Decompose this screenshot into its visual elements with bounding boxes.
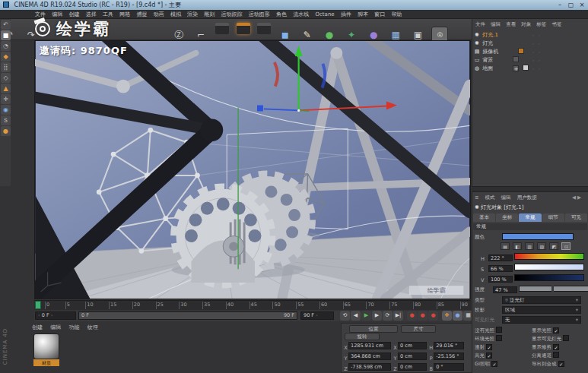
picker-swatches-icon[interactable]: ▨ [537, 242, 546, 250]
menu-snap[interactable]: 捕捉 [136, 11, 147, 17]
texture-tag-icon[interactable] [513, 56, 519, 62]
render-picture-viewer-icon[interactable] [237, 23, 250, 34]
target-tag-icon[interactable]: ✛ [513, 65, 519, 71]
key-position-icon[interactable]: ✥ [442, 311, 452, 321]
section-header-general[interactable]: 常规 [473, 223, 587, 230]
am-menu-mode[interactable]: 模式 [485, 194, 495, 201]
texture-tag-icon[interactable] [523, 65, 529, 71]
om-menu-objects[interactable]: 对象 [521, 21, 531, 27]
menu-help[interactable]: 帮助 [392, 11, 402, 17]
workplane-mode-icon[interactable]: ◆ [1, 52, 11, 62]
material-thumbnail[interactable] [33, 333, 59, 359]
mat-menu-create[interactable]: 创建 [32, 324, 43, 330]
check-show-illumination[interactable]: 显示光照✓ [532, 327, 587, 334]
menu-motion-tracker[interactable]: 运动跟踪 [221, 11, 243, 17]
menu-edit[interactable]: 编辑 [52, 11, 62, 17]
minimize-button[interactable]: – [555, 0, 564, 10]
menu-mograph[interactable]: 运动图形 [249, 11, 270, 17]
size-x-field[interactable]: 0 cm [398, 342, 427, 349]
step-back-icon[interactable]: ◀ [351, 311, 361, 321]
points-mode-icon[interactable]: ⣿ [1, 62, 11, 72]
lock-workplane-icon[interactable]: ● [1, 126, 11, 136]
om-menu-file[interactable]: 文件 [475, 21, 485, 27]
menu-sculpt[interactable]: 雕刻 [204, 11, 215, 17]
mat-menu-texture[interactable]: 纹理 [87, 324, 98, 330]
menu-animate[interactable]: 动画 [154, 11, 164, 17]
coords-header-position[interactable]: 位置 [349, 325, 398, 333]
tab-basic[interactable]: 基本 [473, 213, 495, 222]
menu-render[interactable]: 渲染 [187, 11, 198, 17]
viewport[interactable]: 绘学霸 [34, 40, 471, 299]
intensity-slider[interactable] [519, 286, 588, 292]
goto-end-icon[interactable]: ▶| [393, 311, 403, 321]
goto-start-icon[interactable]: ⟲ [340, 311, 350, 321]
model-mode-icon[interactable]: ■ [1, 30, 11, 40]
picker-sliders-icon[interactable]: ▥ [525, 242, 534, 250]
check-gi-illumination[interactable]: GI照明✓ [475, 360, 530, 368]
coords-header-rotation[interactable]: 旋转 [345, 333, 380, 340]
mat-menu-function[interactable]: 功能 [68, 324, 79, 330]
size-z-field[interactable]: 0 cm [398, 363, 427, 371]
check-no-illumination[interactable]: 没有光照 [475, 327, 530, 334]
visibility-dots[interactable]: · · [532, 40, 542, 48]
position-y-field[interactable]: 364.868 cm [348, 352, 391, 360]
picker-wheel-icon[interactable]: ▤ [501, 242, 510, 250]
step-forward-icon[interactable]: ▶ [372, 311, 382, 321]
record-keyframe-icon[interactable]: ● [407, 311, 417, 321]
rotation-h-field[interactable]: 29.016 ° [434, 342, 464, 349]
object-row-background[interactable]: ▭ 背景 · · [473, 56, 586, 65]
visibility-dots[interactable]: · · [532, 65, 542, 73]
autokey-icon[interactable]: ● [418, 311, 427, 321]
material-name[interactable]: 材质 [33, 359, 59, 366]
object-row-floor[interactable]: ◍ 地面 · · ✛ [473, 65, 586, 73]
value-gradient-slider[interactable] [514, 274, 584, 281]
end-frame-field[interactable]: 90 F › [300, 311, 334, 320]
om-menu-bookmarks[interactable]: 书签 [551, 21, 561, 27]
rotation-p-field[interactable]: -25.156 ° [434, 352, 464, 360]
check-diffuse[interactable]: 漫射✓ [475, 343, 530, 351]
key-parameter-icon[interactable]: ● [453, 311, 462, 321]
shadow-dropdown[interactable]: 区域▾ [502, 306, 581, 314]
value-field[interactable]: 100 % [488, 276, 513, 283]
keyframe-selection-icon[interactable]: ● [428, 311, 438, 321]
maximize-button[interactable]: ▢ [566, 0, 575, 10]
render-view-icon[interactable] [215, 23, 229, 34]
hue-field[interactable]: 222 ° [488, 254, 513, 261]
check-export-compositing[interactable]: 导出到合成✓ [532, 360, 587, 368]
check-show-clipping[interactable]: 显示修剪✓ [532, 343, 587, 351]
texture-mode-icon[interactable]: ◔ [1, 41, 11, 51]
position-x-field[interactable]: 1285.931 cm [348, 342, 391, 349]
menu-character[interactable]: 角色 [276, 11, 287, 17]
menu-window[interactable]: 窗口 [374, 11, 385, 17]
timeline-range-slider[interactable]: 0 F90 F [78, 311, 297, 320]
history-arrows-icon[interactable]: ◀ ▶ [572, 194, 581, 202]
visible-light-dropdown[interactable]: 无▾ [502, 316, 581, 324]
convert-tool-icon[interactable]: ↶ [1, 20, 11, 30]
menu-select[interactable]: 选择 [86, 11, 97, 17]
menu-tools[interactable]: 工具 [103, 11, 113, 17]
hue-gradient-slider[interactable] [514, 253, 584, 260]
am-menu-edit[interactable]: 编辑 [501, 194, 511, 201]
menu-script[interactable]: 脚本 [358, 11, 368, 17]
light-color-swatch[interactable] [502, 233, 574, 240]
menu-plugins[interactable]: 插件 [341, 11, 351, 17]
om-menu-view[interactable]: 查看 [506, 21, 516, 27]
render-settings-icon[interactable] [257, 23, 271, 34]
material-tag-icon[interactable] [518, 48, 524, 54]
object-row-light1[interactable]: ✺ 灯光.1 · · [473, 31, 586, 40]
picker-spectrum-icon[interactable]: ◧ [513, 242, 522, 250]
saturation-field[interactable]: 66 % [488, 265, 513, 272]
check-specular[interactable]: 高光✓ [475, 352, 530, 359]
om-menu-edit[interactable]: 编辑 [491, 21, 501, 27]
panel-divider[interactable] [472, 186, 588, 192]
menu-pipeline[interactable]: 流水线 [293, 11, 309, 17]
tab-coord[interactable]: 坐标 [496, 213, 518, 222]
menu-octane[interactable]: Octane [316, 11, 335, 17]
menu-create[interactable]: 创建 [68, 11, 79, 17]
picker-mixer-icon[interactable]: ◩ [549, 242, 558, 250]
saturation-gradient-slider[interactable] [514, 264, 584, 270]
coords-header-size[interactable]: 尺寸 [401, 325, 436, 333]
rotation-b-field[interactable]: 0 ° [434, 363, 464, 371]
screen-picker-icon[interactable]: ⊡ [561, 242, 571, 250]
close-button[interactable]: × [577, 0, 586, 10]
